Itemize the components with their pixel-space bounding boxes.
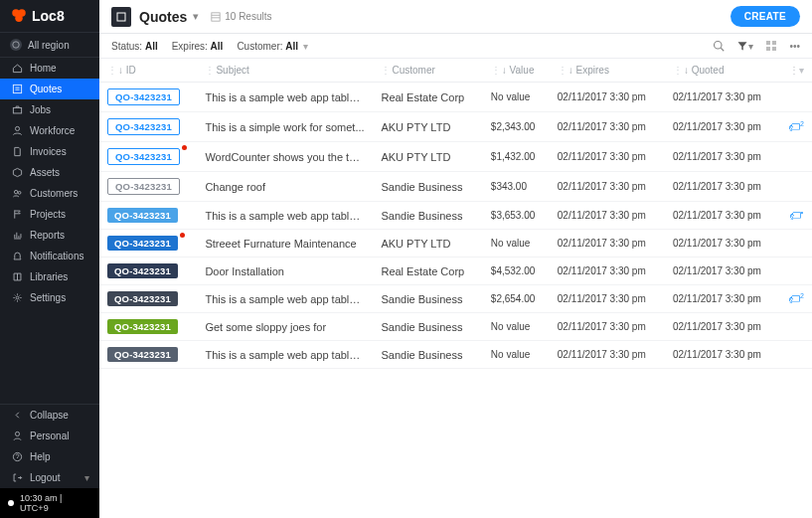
id-chip[interactable]: QO-3423231 xyxy=(107,118,180,135)
help-icon xyxy=(10,451,24,462)
col-customer[interactable]: ⋮Customer xyxy=(373,59,482,83)
cell-subject: This is a sample web app tablet... xyxy=(197,202,373,230)
comment-flag-icon[interactable]: 🏷2 xyxy=(788,292,804,306)
collapse-icon xyxy=(10,410,24,421)
table-row[interactable]: QO-3423231 Streeet Furnature Maintenance… xyxy=(99,230,812,258)
table-row[interactable]: QO-3423231 Get some sloppy joes for Sand… xyxy=(99,313,812,341)
table-row[interactable]: QO-3423231 WordCounter shows you the top… xyxy=(99,142,812,172)
status-time: 10:30 am | UTC+9 xyxy=(20,493,91,513)
cell-customer: Sandie Business xyxy=(373,285,482,313)
cell-expires: 02/11/2017 3:30 pm xyxy=(550,112,665,142)
svg-rect-4 xyxy=(13,85,21,92)
file-icon xyxy=(10,146,24,157)
table-row[interactable]: QO-3423231 This is a sample web app tabl… xyxy=(99,83,812,112)
page-title: Quotes xyxy=(139,9,187,25)
sidebar-item-label: Quotes xyxy=(30,84,62,94)
filter-customer[interactable]: Customer: All ▾ xyxy=(237,41,307,52)
module-icon[interactable] xyxy=(111,7,131,27)
sidebar-item-assets[interactable]: Assets xyxy=(0,162,99,183)
view-grid-icon[interactable] xyxy=(765,40,777,52)
cell-customer: Real Estate Corp xyxy=(373,258,482,285)
quote-icon xyxy=(10,84,24,94)
id-chip[interactable]: QO-3423231 xyxy=(107,347,178,362)
cell-flag xyxy=(780,83,812,112)
id-chip[interactable]: QO-3423231 xyxy=(107,178,180,195)
table-row[interactable]: QO-3423231 This is a simple work for som… xyxy=(99,112,812,142)
table-row[interactable]: QO-3423231 This is a sample web app tabl… xyxy=(99,202,812,230)
sidebar-item-workforce[interactable]: Workforce xyxy=(0,120,99,141)
col-subject[interactable]: ⋮Subject xyxy=(197,59,373,83)
cell-value: $1,432.00 xyxy=(483,142,550,172)
footer-item-label: Personal xyxy=(30,431,69,441)
sidebar-item-notifications[interactable]: Notifications xyxy=(0,246,99,266)
filter-status[interactable]: Status: All xyxy=(111,41,158,52)
status-bar: 10:30 am | UTC+9 xyxy=(0,488,99,518)
svg-point-10 xyxy=(15,432,19,435)
cell-customer: Sandie Business xyxy=(373,202,482,230)
footer-item-logout[interactable]: Logout ▾ xyxy=(0,467,99,488)
col-quoted[interactable]: ⋮↓ Quoted xyxy=(665,59,780,83)
chevron-down-icon: ▾ xyxy=(303,41,308,52)
filter-expires[interactable]: Expires: All xyxy=(172,41,224,52)
filter-icon[interactable]: ▾ xyxy=(736,40,753,52)
id-chip[interactable]: QO-3423231 xyxy=(107,319,178,334)
id-chip[interactable]: QO-3423231 xyxy=(107,236,178,251)
id-chip[interactable]: QO-3423231 xyxy=(107,148,180,165)
table-row[interactable]: QO-3423231 This is a sample web app tabl… xyxy=(99,341,812,369)
sidebar-item-label: Home xyxy=(30,63,57,74)
sidebar-item-quotes[interactable]: Quotes xyxy=(0,79,99,99)
quotes-table: ⋮↓ ID ⋮Subject ⋮Customer ⋮↓ Value ⋮↓ Exp… xyxy=(99,59,812,369)
cell-flag xyxy=(780,313,812,341)
globe-icon xyxy=(10,39,22,51)
comment-flag-icon[interactable]: 🏷• xyxy=(789,209,803,223)
cell-expires: 02/11/2017 3:30 pm xyxy=(550,230,665,258)
col-options[interactable]: ⋮▾ xyxy=(780,59,812,83)
chevron-down-icon: ▾ xyxy=(84,472,89,483)
sidebar-item-reports[interactable]: Reports xyxy=(0,225,99,246)
id-chip[interactable]: QO-3423231 xyxy=(107,88,180,105)
footer-item-collapse[interactable]: Collapse xyxy=(0,405,99,426)
col-value[interactable]: ⋮↓ Value xyxy=(483,59,550,83)
id-chip[interactable]: QO-3423231 xyxy=(107,208,178,223)
footer-item-label: Collapse xyxy=(30,410,69,421)
region-selector[interactable]: All region xyxy=(0,32,99,58)
sidebar-item-label: Settings xyxy=(30,292,66,303)
sidebar-item-invoices[interactable]: Invoices xyxy=(0,141,99,162)
svg-rect-20 xyxy=(766,47,770,51)
table-header-row: ⋮↓ ID ⋮Subject ⋮Customer ⋮↓ Value ⋮↓ Exp… xyxy=(99,59,812,83)
sidebar-item-home[interactable]: Home xyxy=(0,58,99,79)
nav-main: HomeQuotesJobsWorkforceInvoicesAssetsCus… xyxy=(0,58,99,404)
table-row[interactable]: QO-3423231 This is a sample web app tabl… xyxy=(99,285,812,313)
footer-item-personal[interactable]: Personal xyxy=(0,426,99,446)
book-icon xyxy=(10,271,24,282)
id-chip[interactable]: QO-3423231 xyxy=(107,291,178,306)
create-button[interactable]: CREATE xyxy=(731,6,800,27)
cell-quoted: 02/11/2017 3:30 pm xyxy=(665,341,780,369)
cell-flag: 🏷2 xyxy=(780,285,812,313)
comment-flag-icon[interactable]: 🏷2 xyxy=(788,120,804,134)
footer-item-help[interactable]: Help xyxy=(0,446,99,467)
sidebar-item-settings[interactable]: Settings xyxy=(0,287,99,308)
cell-subject: Streeet Furnature Maintenance xyxy=(197,230,373,258)
sidebar-item-customers[interactable]: Customers xyxy=(0,183,99,204)
cell-subject: Get some sloppy joes for xyxy=(197,313,373,341)
sidebar-item-jobs[interactable]: Jobs xyxy=(0,99,99,120)
results-count: 10 Results xyxy=(211,11,271,22)
col-id[interactable]: ⋮↓ ID xyxy=(99,59,197,83)
search-icon[interactable] xyxy=(713,40,725,52)
cell-quoted: 02/11/2017 3:30 pm xyxy=(665,202,780,230)
id-chip[interactable]: QO-3423231 xyxy=(107,263,178,278)
sidebar-item-libraries[interactable]: Libraries xyxy=(0,266,99,287)
more-icon[interactable]: ••• xyxy=(789,41,800,52)
main-area: Quotes ▾ 10 Results CREATE Status: All E… xyxy=(99,0,812,518)
sidebar-item-label: Notifications xyxy=(30,251,83,261)
cell-subject: This is a sample web app tablet... xyxy=(197,341,373,369)
col-expires[interactable]: ⋮↓ Expires xyxy=(550,59,665,83)
cell-quoted: 02/11/2017 3:30 pm xyxy=(665,112,780,142)
table-row[interactable]: QO-3423231 Door Installation Real Estate… xyxy=(99,258,812,285)
table-row[interactable]: QO-3423231 Change roof Sandie Business $… xyxy=(99,172,812,202)
sidebar-item-label: Invoices xyxy=(30,146,67,157)
chevron-down-icon[interactable]: ▾ xyxy=(193,10,199,23)
cell-customer: Sandie Business xyxy=(373,172,482,202)
sidebar-item-projects[interactable]: Projects xyxy=(0,204,99,225)
